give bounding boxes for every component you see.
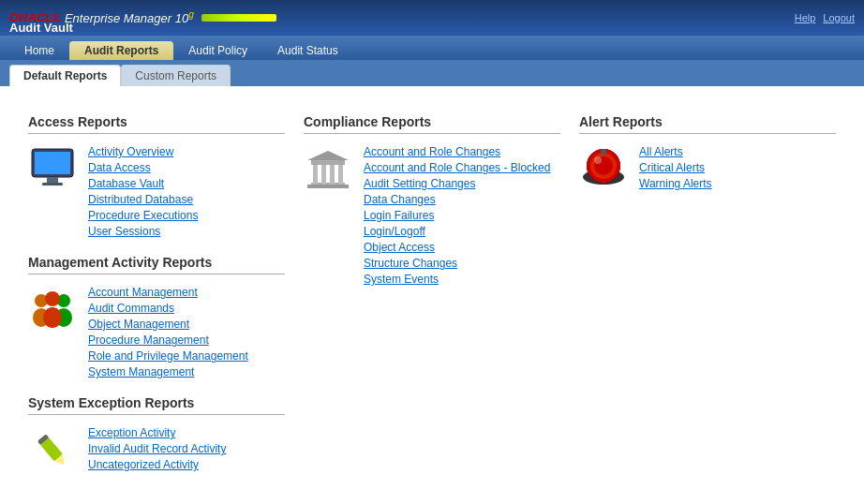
management-activity-section: Management Activity Reports: [28, 255, 285, 378]
system-exception-section: System Exception Reports: [28, 395, 285, 475]
em-text: Enterprise Manager 10g: [65, 9, 194, 25]
list-item: Procedure Executions: [88, 209, 198, 222]
sub-tab-default-reports[interactable]: Default Reports: [9, 65, 121, 86]
audit-setting-changes-link[interactable]: Audit Setting Changes: [364, 177, 475, 190]
svg-point-8: [45, 291, 60, 306]
list-item: Invalid Audit Record Activity: [88, 442, 226, 455]
list-item: Procedure Management: [88, 334, 248, 347]
user-sessions-link[interactable]: User Sessions: [88, 225, 160, 238]
list-item: Login Failures: [364, 209, 550, 222]
list-item: Role and Privilege Management: [88, 349, 248, 363]
invalid-audit-link[interactable]: Invalid Audit Record Activity: [88, 442, 226, 455]
access-reports-links: Activity Overview Data Access Database V…: [88, 145, 198, 238]
alert-reports-title: Alert Reports: [579, 114, 836, 134]
uncategorized-activity-link[interactable]: Uncategorized Activity: [88, 458, 199, 471]
svg-rect-27: [601, 149, 606, 155]
list-item: Data Changes: [364, 193, 550, 206]
object-management-link[interactable]: Object Management: [88, 318, 189, 331]
sub-tabs: Default Reports Custom Reports: [0, 60, 864, 86]
procedure-executions-link[interactable]: Procedure Executions: [88, 209, 198, 222]
svg-point-26: [594, 156, 602, 164]
progress-bar: [201, 14, 276, 22]
activity-overview-link[interactable]: Activity Overview: [88, 145, 173, 158]
help-link[interactable]: Help: [795, 12, 816, 23]
system-exception-title: System Exception Reports: [28, 395, 285, 415]
svg-rect-2: [47, 177, 58, 183]
nav-tab-audit-policy[interactable]: Audit Policy: [173, 41, 262, 60]
svg-rect-19: [311, 160, 345, 165]
list-item: Object Management: [88, 318, 248, 331]
management-activity-content: Account Management Audit Commands Object…: [28, 286, 285, 378]
left-column: Access Reports Activity Overvi: [28, 114, 285, 475]
middle-column: Compliance Reports: [304, 114, 560, 475]
login-logoff-link[interactable]: Login/Logoff: [364, 225, 425, 238]
distributed-database-link[interactable]: Distributed Database: [88, 193, 193, 206]
system-management-link[interactable]: System Management: [88, 365, 194, 378]
svg-rect-14: [307, 185, 349, 188]
list-item: Account Management: [88, 286, 248, 299]
list-item: Account and Role Changes: [364, 145, 550, 158]
object-access-link[interactable]: Object Access: [364, 241, 435, 254]
svg-rect-15: [313, 164, 318, 185]
pencil-icon: [28, 426, 77, 475]
list-item: Audit Setting Changes: [364, 177, 550, 190]
exception-activity-link[interactable]: Exception Activity: [88, 426, 175, 439]
sub-tab-custom-reports[interactable]: Custom Reports: [121, 65, 231, 86]
database-vault-link[interactable]: Database Vault: [88, 177, 164, 190]
monitor-icon: [28, 145, 77, 194]
svg-rect-3: [42, 183, 63, 185]
list-item: Audit Commands: [88, 302, 248, 315]
data-access-link[interactable]: Data Access: [88, 161, 151, 174]
svg-rect-18: [338, 164, 343, 185]
compliance-reports-content: Account and Role Changes Account and Rol…: [304, 145, 560, 286]
reports-grid: Access Reports Activity Overvi: [28, 105, 836, 475]
audit-commands-link[interactable]: Audit Commands: [88, 302, 174, 315]
svg-rect-1: [35, 152, 70, 174]
management-activity-links: Account Management Audit Commands Object…: [88, 286, 248, 378]
list-item: Data Access: [88, 161, 198, 174]
system-exception-content: Exception Activity Invalid Audit Record …: [28, 426, 285, 475]
alert-reports-links: All Alerts Critical Alerts Warning Alert…: [639, 145, 712, 190]
compliance-reports-section: Compliance Reports: [304, 114, 560, 286]
account-role-changes-link[interactable]: Account and Role Changes: [364, 145, 500, 158]
list-item: User Sessions: [88, 225, 198, 238]
people-icon: [28, 286, 77, 334]
list-item: Object Access: [364, 241, 550, 254]
structure-changes-link[interactable]: Structure Changes: [364, 257, 457, 270]
access-reports-section: Access Reports Activity Overvi: [28, 114, 285, 238]
management-activity-title: Management Activity Reports: [28, 255, 285, 274]
list-item: Database Vault: [88, 177, 198, 190]
warning-alerts-link[interactable]: Warning Alerts: [639, 177, 712, 190]
nav-tab-audit-status[interactable]: Audit Status: [262, 41, 353, 60]
logout-link[interactable]: Logout: [823, 12, 855, 23]
procedure-management-link[interactable]: Procedure Management: [88, 334, 209, 347]
right-column: Alert Reports: [579, 114, 836, 475]
all-alerts-link[interactable]: All Alerts: [639, 145, 683, 158]
nav-tab-home[interactable]: Home: [9, 41, 69, 60]
header-right: Help Logout: [795, 12, 855, 23]
data-changes-link[interactable]: Data Changes: [364, 193, 436, 206]
login-failures-link[interactable]: Login Failures: [364, 209, 434, 222]
role-privilege-link[interactable]: Role and Privilege Management: [88, 349, 248, 363]
list-item: Warning Alerts: [639, 177, 712, 190]
list-item: System Management: [88, 365, 248, 378]
account-role-blocked-link[interactable]: Account and Role Changes - Blocked: [364, 161, 550, 174]
svg-point-9: [43, 307, 62, 328]
nav-tab-audit-reports[interactable]: Audit Reports: [69, 41, 173, 60]
system-events-link[interactable]: System Events: [364, 273, 439, 286]
svg-rect-16: [321, 164, 326, 185]
list-item: Critical Alerts: [639, 161, 712, 174]
audit-vault-label: Audit Vault: [9, 21, 73, 35]
critical-alerts-link[interactable]: Critical Alerts: [639, 161, 705, 174]
access-reports-title: Access Reports: [28, 114, 285, 134]
alert-reports-section: Alert Reports: [579, 114, 836, 194]
list-item: All Alerts: [639, 145, 712, 158]
svg-rect-17: [330, 164, 335, 185]
list-item: Exception Activity: [88, 426, 226, 439]
building-icon: [304, 145, 352, 194]
account-management-link[interactable]: Account Management: [88, 286, 198, 299]
alarm-icon: [579, 145, 628, 194]
svg-marker-20: [307, 151, 349, 160]
nav-bar: Home Audit Reports Audit Policy Audit St…: [0, 36, 864, 60]
list-item: System Events: [364, 273, 550, 286]
